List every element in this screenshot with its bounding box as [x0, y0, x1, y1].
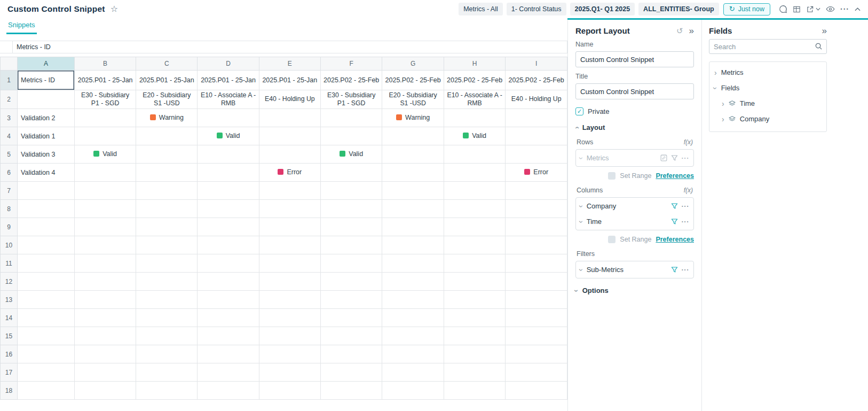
cell-E4[interactable]: [259, 127, 320, 145]
row-header-3[interactable]: 3: [1, 109, 18, 127]
cell-G9[interactable]: [382, 218, 444, 236]
column-header-e[interactable]: E: [259, 57, 320, 71]
cell-A14[interactable]: [18, 309, 75, 327]
cell-E15[interactable]: [259, 327, 320, 345]
tree-item-company[interactable]: ›Company: [714, 111, 822, 127]
column-header-g[interactable]: G: [382, 57, 444, 71]
cell-H12[interactable]: [444, 273, 505, 291]
cell-C8[interactable]: [136, 200, 198, 218]
cell-H8[interactable]: [444, 200, 505, 218]
cell-F11[interactable]: [320, 254, 382, 273]
more-options-icon[interactable]: ···: [840, 5, 849, 13]
cell-A18[interactable]: [18, 382, 75, 400]
cell-C12[interactable]: [136, 273, 198, 291]
column-header-a[interactable]: A: [18, 57, 75, 71]
chevron-down-icon[interactable]: ›: [578, 205, 585, 207]
cell-D7[interactable]: [198, 182, 259, 200]
cell-E9[interactable]: [259, 218, 320, 236]
cell-D2[interactable]: E10 - Associate A - RMB: [198, 90, 259, 109]
name-input[interactable]: [575, 51, 694, 67]
column-header-b[interactable]: B: [75, 57, 136, 71]
cell-F5[interactable]: Valid: [320, 145, 382, 164]
cell-B7[interactable]: [75, 182, 136, 200]
cell-B15[interactable]: [75, 327, 136, 345]
cell-A6[interactable]: Validation 4: [18, 164, 75, 182]
cell-D15[interactable]: [198, 327, 259, 345]
collapse-panel-icon[interactable]: »: [689, 26, 694, 35]
cell-H14[interactable]: [444, 309, 505, 327]
tree-item-fields[interactable]: ›Fields: [714, 80, 822, 96]
cell-F1[interactable]: 2025.P02 - 25-Feb: [320, 71, 382, 90]
cell-B3[interactable]: [75, 109, 136, 127]
cell-F17[interactable]: [320, 363, 382, 382]
cell-E3[interactable]: [259, 109, 320, 127]
cell-B5[interactable]: Valid: [75, 145, 136, 164]
chevron-down-icon[interactable]: ›: [578, 268, 585, 271]
cell-A12[interactable]: [18, 273, 75, 291]
cell-F6[interactable]: [320, 164, 382, 182]
cell-I17[interactable]: [506, 363, 567, 382]
cell-D6[interactable]: [198, 164, 259, 182]
cell-H7[interactable]: [444, 182, 505, 200]
cell-D9[interactable]: [198, 218, 259, 236]
cell-A7[interactable]: [18, 182, 75, 200]
cell-D13[interactable]: [198, 291, 259, 309]
rows-preferences-link[interactable]: Preferences: [656, 172, 694, 180]
cell-G13[interactable]: [382, 291, 444, 309]
tab-snippets[interactable]: Snippets: [6, 21, 37, 34]
rows-set-range-checkbox[interactable]: [608, 172, 616, 180]
cell-D11[interactable]: [198, 254, 259, 273]
cell-C4[interactable]: [136, 127, 198, 145]
cell-C17[interactable]: [136, 363, 198, 382]
item-more-icon[interactable]: ···: [682, 154, 690, 162]
row-header-4[interactable]: 4: [1, 127, 18, 145]
cell-I4[interactable]: [506, 127, 567, 145]
cell-G12[interactable]: [382, 273, 444, 291]
cell-D12[interactable]: [198, 273, 259, 291]
cell-A15[interactable]: [18, 327, 75, 345]
cell-I12[interactable]: [506, 273, 567, 291]
cell-H9[interactable]: [444, 218, 505, 236]
cell-E18[interactable]: [259, 382, 320, 400]
cell-B13[interactable]: [75, 291, 136, 309]
cell-E1[interactable]: 2025.P01 - 25-Jan: [259, 71, 320, 90]
row-header-1[interactable]: 1: [1, 71, 18, 90]
row-header-5[interactable]: 5: [1, 145, 18, 164]
layout-section-toggle[interactable]: › Layout: [575, 123, 694, 131]
cell-E13[interactable]: [259, 291, 320, 309]
cell-G3[interactable]: Warning: [382, 109, 444, 127]
chevron-right-icon[interactable]: ›: [714, 69, 717, 76]
cell-D5[interactable]: [198, 145, 259, 164]
cell-H5[interactable]: [444, 145, 505, 164]
function-icon[interactable]: f(x): [684, 138, 693, 146]
cell-I10[interactable]: [506, 236, 567, 254]
cell-D1[interactable]: 2025.P01 - 25-Jan: [198, 71, 259, 90]
title-input[interactable]: [575, 83, 694, 99]
cell-B2[interactable]: E30 - Subsidiary P1 - SGD: [75, 90, 136, 109]
cell-A17[interactable]: [18, 363, 75, 382]
row-header-8[interactable]: 8: [1, 200, 18, 218]
cell-E10[interactable]: [259, 236, 320, 254]
cell-D10[interactable]: [198, 236, 259, 254]
cell-G15[interactable]: [382, 327, 444, 345]
cell-F2[interactable]: E30 - Subsidiary P1 - SGD: [320, 90, 382, 109]
cell-E17[interactable]: [259, 363, 320, 382]
cell-C7[interactable]: [136, 182, 198, 200]
cell-E5[interactable]: [259, 145, 320, 164]
filter-icon[interactable]: [671, 154, 678, 161]
cell-E2[interactable]: E40 - Holding Up: [259, 90, 320, 109]
cell-C15[interactable]: [136, 327, 198, 345]
cell-A9[interactable]: [18, 218, 75, 236]
cell-B10[interactable]: [75, 236, 136, 254]
tree-item-metrics[interactable]: ›Metrics: [714, 65, 822, 80]
cell-E16[interactable]: [259, 345, 320, 363]
cell-C13[interactable]: [136, 291, 198, 309]
cell-H16[interactable]: [444, 345, 505, 363]
row-header-13[interactable]: 13: [1, 291, 18, 309]
cell-B12[interactable]: [75, 273, 136, 291]
cell-G7[interactable]: [382, 182, 444, 200]
cell-C18[interactable]: [136, 382, 198, 400]
cell-F12[interactable]: [320, 273, 382, 291]
cell-F7[interactable]: [320, 182, 382, 200]
filter-pill-all-entities-group[interactable]: ALL_ENTITIES- Group: [638, 3, 719, 15]
